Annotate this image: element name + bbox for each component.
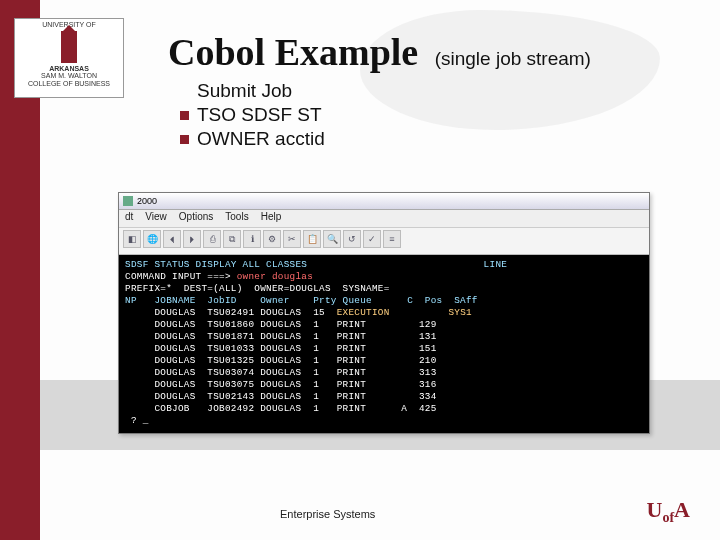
logo-line3: SAM M. WALTON	[17, 72, 121, 80]
toolbar-button[interactable]: 📋	[303, 230, 321, 248]
bullet-icon	[180, 111, 189, 120]
bullet-item: OWNER acctid	[180, 128, 325, 150]
toolbar-button[interactable]: ◧	[123, 230, 141, 248]
menu-item[interactable]: Help	[261, 211, 282, 226]
bullet-item: Submit Job	[180, 80, 325, 102]
toolbar-button[interactable]: ⏴	[163, 230, 181, 248]
menu-item[interactable]: Tools	[225, 211, 248, 226]
toolbar-button[interactable]: ↺	[343, 230, 361, 248]
menu-item[interactable]: dt	[125, 211, 133, 226]
logo-line4: COLLEGE OF BUSINESS	[17, 80, 121, 88]
university-logo: UNIVERSITY OF ARKANSAS SAM M. WALTON COL…	[14, 18, 124, 98]
logo-line2: ARKANSAS	[17, 65, 121, 73]
bullet-item: TSO SDSF ST	[180, 104, 325, 126]
window-title: 2000	[137, 196, 157, 206]
bullet-icon	[180, 135, 189, 144]
toolbar-button[interactable]: ⧉	[223, 230, 241, 248]
footer-text: Enterprise Systems	[280, 508, 375, 520]
terminal-titlebar[interactable]: 2000	[119, 193, 649, 210]
bullet-list: Submit Job TSO SDSF ST OWNER acctid	[180, 80, 325, 152]
slide-subtitle: (single job stream)	[435, 48, 591, 69]
slide-title-block: Cobol Example (single job stream)	[168, 30, 591, 74]
toolbar-button[interactable]: 🔍	[323, 230, 341, 248]
toolbar-button[interactable]: ≡	[383, 230, 401, 248]
toolbar-button[interactable]: ✓	[363, 230, 381, 248]
toolbar-button[interactable]: ℹ	[243, 230, 261, 248]
footer-logo: UofA	[647, 497, 690, 526]
bullet-icon	[180, 87, 189, 96]
window-icon	[123, 196, 133, 206]
slide-title: Cobol Example	[168, 31, 418, 73]
toolbar-button[interactable]: ⏵	[183, 230, 201, 248]
terminal-toolbar: ◧ 🌐 ⏴ ⏵ ⎙ ⧉ ℹ ⚙ ✂ 📋 🔍 ↺ ✓ ≡	[119, 228, 649, 255]
toolbar-button[interactable]: ✂	[283, 230, 301, 248]
toolbar-button[interactable]: ⎙	[203, 230, 221, 248]
terminal-window: 2000 dt View Options Tools Help ◧ 🌐 ⏴ ⏵ …	[118, 192, 650, 434]
toolbar-button[interactable]: 🌐	[143, 230, 161, 248]
bullet-text: TSO SDSF ST	[197, 104, 322, 126]
menu-item[interactable]: Options	[179, 211, 213, 226]
toolbar-button[interactable]: ⚙	[263, 230, 281, 248]
bullet-text: OWNER acctid	[197, 128, 325, 150]
bullet-text: Submit Job	[197, 80, 292, 102]
terminal-screen[interactable]: SDSF STATUS DISPLAY ALL CLASSES LINE COM…	[119, 255, 649, 433]
terminal-menubar: dt View Options Tools Help	[119, 210, 649, 228]
menu-item[interactable]: View	[145, 211, 167, 226]
logo-tower-icon	[61, 31, 77, 63]
